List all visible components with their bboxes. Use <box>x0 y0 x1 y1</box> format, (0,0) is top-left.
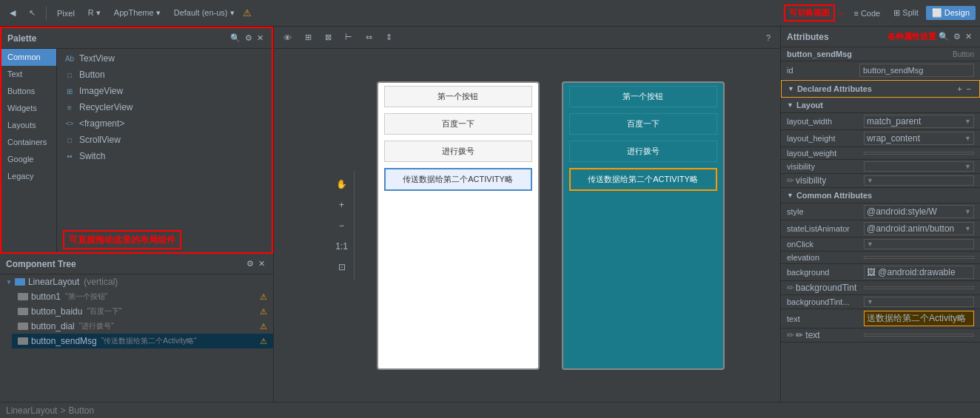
canvas-teal-btn-1[interactable]: 第一个按钮 <box>569 86 717 107</box>
canvas-align-v-btn[interactable]: ⇕ <box>380 30 397 44</box>
layout-weight-value[interactable] <box>864 152 974 155</box>
palette-item-switch-label: Switch <box>79 151 105 161</box>
visibility-value[interactable]: ▼ <box>864 161 974 172</box>
code-view-btn[interactable]: ≡ Code <box>848 7 886 20</box>
tree-button-dial-text: "进行拨号" <box>79 321 114 331</box>
layout-height-value[interactable]: wrap_content ▼ <box>864 132 974 145</box>
tree-close-btn[interactable]: ✕ <box>256 258 267 269</box>
visibility-pencil-text: visibility <box>796 175 826 186</box>
canvas-eye-btn[interactable]: 👁 <box>278 31 297 44</box>
palette-cat-containers[interactable]: Containers <box>1 134 56 151</box>
palette-item-recyclerview[interactable]: ≡ RecyclerView <box>58 99 270 115</box>
pixel-btn[interactable]: Pixel <box>52 7 80 20</box>
palette-item-imageview[interactable]: ⊞ ImageView <box>58 83 270 99</box>
backgroundtint-mode-value[interactable]: ▼ <box>864 297 974 307</box>
text-pencil-value[interactable] <box>864 334 974 337</box>
back-btn[interactable]: ◀ <box>4 6 21 20</box>
layout-weight-label: layout_weight <box>787 149 861 158</box>
visibility-pencil-value[interactable]: ▼ <box>864 175 974 186</box>
component-tree-section: Component Tree ⚙ ✕ ▼ LinearLayout (verti… <box>0 254 273 402</box>
elevation-value[interactable] <box>864 256 974 259</box>
textview-icon: Ab <box>64 53 75 64</box>
locale-btn[interactable]: Default (en-us) ▾ <box>169 6 240 20</box>
background-value[interactable]: 🖼 @android:drawable <box>864 266 974 279</box>
attrs-close-btn[interactable]: ✕ <box>963 31 974 42</box>
button-dial-icon <box>18 323 28 330</box>
canvas-teal-btn-sendmsg[interactable]: 传送数据给第二个ACTIVITY略 <box>569 168 717 191</box>
layout-triangle-icon: ▼ <box>787 101 793 109</box>
palette-cat-google[interactable]: Google <box>1 151 56 168</box>
tree-item-linearlayout[interactable]: ▼ LinearLayout (vertical) <box>0 274 273 289</box>
declared-attrs-header[interactable]: ▼ Declared Attributes + − <box>781 80 980 98</box>
zoom-in-btn[interactable]: + <box>333 196 351 214</box>
id-input[interactable] <box>859 64 974 77</box>
palette-cat-layouts[interactable]: Layouts <box>1 117 56 134</box>
tree-button-sendmsg-text: "传送数据给第二个Activity略" <box>101 336 197 346</box>
common-attrs-section-header[interactable]: ▼ Common Attributes <box>781 188 980 203</box>
declared-remove-btn[interactable]: − <box>964 84 973 94</box>
palette-item-button-label: Button <box>79 70 105 80</box>
layout-width-value[interactable]: match_parent ▼ <box>864 115 974 128</box>
canvas-btn-1[interactable]: 第一个按钮 <box>384 86 532 107</box>
text-value[interactable]: 送数据给第二个Activity略 <box>864 311 974 326</box>
palette-cat-buttons[interactable]: Buttons <box>1 83 56 100</box>
tree-button-baidu-label: button_baidu <box>31 306 82 317</box>
layout-section-header[interactable]: ▼ Layout <box>781 98 980 113</box>
cursor-btn[interactable]: ↖ <box>24 6 41 20</box>
canvas-teal-btn-dial[interactable]: 进行拨号 <box>569 141 717 162</box>
breadcrumb-button[interactable]: Button <box>68 405 94 416</box>
palette-cat-widgets[interactable]: Widgets <box>1 100 56 117</box>
tree-title: Component Tree <box>6 259 244 269</box>
tree-item-button-dial[interactable]: button_dial "进行拨号" ⚠ <box>12 319 273 334</box>
palette-item-recyclerview-label: RecyclerView <box>79 102 132 112</box>
palette-item-button[interactable]: □ Button <box>58 67 270 83</box>
canvas-snap-btn[interactable]: ⊠ <box>320 30 337 44</box>
palette-cat-common[interactable]: Common <box>1 49 56 66</box>
breadcrumb-linearlayout[interactable]: LinearLayout <box>6 405 57 416</box>
tree-item-button-sendmsg[interactable]: button_sendMsg "传送数据给第二个Activity略" ⚠ <box>12 334 273 348</box>
style-value[interactable]: @android:style/W ▼ <box>864 205 974 218</box>
fragment-icon: <> <box>64 118 75 129</box>
zoom-out-btn[interactable]: − <box>333 217 351 235</box>
tree-item-button1[interactable]: button1 "第一个按钮" ⚠ <box>12 289 273 304</box>
palette-item-fragment[interactable]: <> <fragment> <box>58 115 270 132</box>
palette-gear-btn[interactable]: ⚙ <box>243 33 255 44</box>
r-btn[interactable]: R ▾ <box>83 6 106 20</box>
frame-btn[interactable]: ⊡ <box>333 258 351 276</box>
palette-item-scrollview[interactable]: □ ScrollView <box>58 132 270 148</box>
ratio-btn[interactable]: 1:1 <box>333 237 351 255</box>
palette-cat-legacy[interactable]: Legacy <box>1 168 56 185</box>
design-view-btn[interactable]: ⬜ Design <box>926 6 976 20</box>
canvas-margin-btn[interactable]: ⊢ <box>340 30 358 44</box>
canvas-teal-btn-baidu[interactable]: 百度一下 <box>569 113 717 135</box>
backgroundtint-label: ✏ backgroundTint <box>787 283 861 293</box>
canvas-align-h-btn[interactable]: ⇔ <box>360 30 377 44</box>
hand-tool-btn[interactable]: ✋ <box>333 175 351 193</box>
tree-item-button-baidu[interactable]: button_baidu "百度一下" ⚠ <box>12 304 273 319</box>
component-type-label: Button <box>953 50 974 58</box>
backgroundtint-value[interactable] <box>864 286 974 289</box>
common-attrs-triangle-icon: ▼ <box>787 192 793 199</box>
attrs-title: Attributes <box>787 32 887 42</box>
palette-close-btn[interactable]: ✕ <box>255 33 266 44</box>
canvas-grid-btn[interactable]: ⊞ <box>300 30 317 44</box>
palette-item-switch[interactable]: •• Switch <box>58 148 270 164</box>
statelistanimator-value[interactable]: @android:anim/button ▼ <box>864 222 974 235</box>
style-label: style <box>787 207 861 216</box>
attrs-gear-btn[interactable]: ⚙ <box>951 31 963 42</box>
onclick-value[interactable]: ▼ <box>864 239 974 249</box>
apptheme-btn[interactable]: AppTheme ▾ <box>109 6 166 20</box>
palette-item-textview[interactable]: Ab TextView <box>58 50 270 67</box>
common-attrs-section-label: Common Attributes <box>796 191 974 200</box>
button-sendmsg-icon <box>18 337 28 345</box>
declared-add-btn[interactable]: + <box>955 84 964 94</box>
palette-search-btn[interactable]: 🔍 <box>228 33 243 44</box>
canvas-help-btn[interactable]: ? <box>761 31 776 44</box>
canvas-btn-sendmsg[interactable]: 传送数据给第二个ACTIVITY略 <box>384 168 532 191</box>
canvas-btn-dial[interactable]: 进行拨号 <box>384 141 532 162</box>
canvas-btn-baidu[interactable]: 百度一下 <box>384 113 532 135</box>
attrs-search-btn[interactable]: 🔍 <box>936 31 951 42</box>
palette-cat-text[interactable]: Text <box>1 66 56 83</box>
tree-gear-btn[interactable]: ⚙ <box>244 258 256 269</box>
split-view-btn[interactable]: ⊞ Split <box>887 6 924 20</box>
